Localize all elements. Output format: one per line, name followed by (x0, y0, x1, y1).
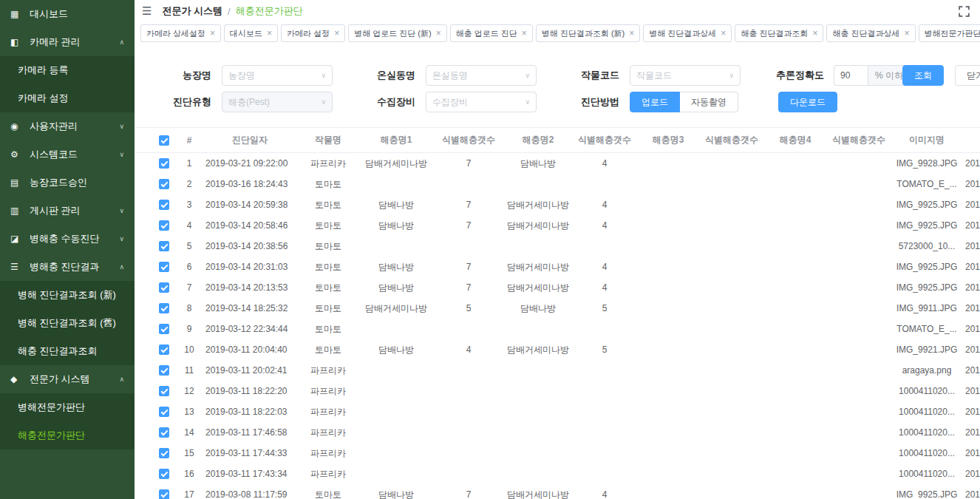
row-checkbox[interactable] (159, 179, 169, 189)
tab[interactable]: 해충 진단결과상세× (826, 24, 915, 42)
close-icon[interactable]: × (334, 29, 339, 38)
row-checkbox[interactable] (159, 241, 169, 251)
row-checkbox[interactable] (159, 427, 169, 438)
close-icon[interactable]: × (267, 29, 272, 38)
select-all-checkbox[interactable] (159, 135, 169, 146)
close-icon[interactable]: × (629, 29, 634, 38)
sidebar-item-label: 병해충 진단결과 (30, 260, 100, 274)
close-button[interactable]: 닫기 (955, 65, 980, 86)
table-row[interactable]: 62019-03-14 20:31:03토마토담배나방7담배거세미나방4IMG_… (135, 257, 980, 277)
table-cell: 토마토 (297, 282, 359, 294)
sidebar-item-label: 병해 진단결과조회 (新) (18, 288, 116, 302)
row-checkbox[interactable] (159, 262, 169, 272)
sidebar-item[interactable]: ⚙시스템코드∨ (0, 140, 135, 169)
row-checkbox[interactable] (159, 469, 169, 479)
sidebar-item[interactable]: 병해 진단결과조회 (舊) (0, 309, 135, 337)
sidebar-item-label: 카메라 등록 (18, 64, 69, 77)
sidebar-item[interactable]: ◆전문가 시스템∧ (0, 365, 135, 393)
table-row[interactable]: 52019-03-14 20:38:56토마토5723000_10...201 (135, 236, 980, 257)
sidebar-item[interactable]: ▥게시판 관리∨ (0, 197, 135, 225)
table-row[interactable]: 112019-03-11 20:02:41파프리카aragaya.png201 (135, 360, 980, 381)
close-icon[interactable]: × (812, 29, 817, 38)
diagnosis-type-select[interactable]: 해충(Pest) ∨ (222, 92, 333, 112)
greenhouse-select[interactable]: 온실동명 ∨ (426, 65, 537, 86)
row-checkbox[interactable] (159, 386, 169, 396)
download-button[interactable]: 다운로드 (778, 92, 837, 112)
sidebar-item[interactable]: ◉사용자관리∨ (0, 112, 135, 140)
table-row[interactable]: 12019-03-21 09:22:00파프리카담배거세미나방7담배나방4IMG… (135, 153, 980, 174)
table-cell: 17 (176, 489, 203, 499)
tab[interactable]: 대시보드× (224, 24, 278, 42)
sidebar-item[interactable]: ▤농장코드승인 (0, 169, 135, 197)
tab[interactable]: 카메라 설정× (281, 24, 345, 42)
tab[interactable]: 병해 업로드 진단 (新)× (348, 24, 447, 42)
table-row[interactable]: 162019-03-11 17:43:34파프리카1000411020...20… (135, 464, 980, 484)
row-checkbox[interactable] (159, 220, 169, 231)
sidebar-item[interactable]: 해충 진단결과조회 (0, 337, 135, 365)
tab[interactable]: 병해 진단결과조회 (新)× (536, 24, 640, 42)
tab[interactable]: 병해전문가판단× (919, 24, 980, 42)
table-cell: 201 (962, 344, 980, 355)
table-cell: 6 (176, 262, 203, 272)
table-row[interactable]: 172019-03-08 11:17:59토마토담배나방7담배거세미나방4IMG… (135, 484, 980, 499)
row-checkbox[interactable] (159, 200, 169, 210)
sidebar-item[interactable]: 병해 진단결과조회 (新) (0, 281, 135, 309)
table-row[interactable]: 82019-03-14 18:25:32토마토담배거세미나방5담배나방5IMG_… (135, 298, 980, 319)
row-checkbox[interactable] (159, 489, 169, 499)
tab[interactable]: 해충 진단결과조회× (735, 24, 823, 42)
breadcrumb-current: 해충전문가판단 (236, 4, 303, 18)
fullscreen-icon[interactable] (959, 6, 970, 17)
accuracy-input[interactable] (834, 65, 868, 86)
crop-code-select[interactable]: 작물코드 ∨ (630, 65, 741, 86)
chevron-down-icon: ∨ (729, 72, 734, 79)
sidebar-item[interactable]: ☰병해충 진단결과∧ (0, 253, 135, 281)
table-cell: 4 (572, 220, 637, 231)
table-cell: 4 (572, 200, 637, 210)
close-icon[interactable]: × (436, 29, 441, 38)
table-row[interactable]: 102019-03-11 20:04:40토마토담배나방4담배거세미나방5IMG… (135, 339, 980, 360)
row-checkbox[interactable] (159, 303, 169, 313)
sidebar-item[interactable]: ◧카메라 관리∧ (0, 28, 135, 56)
table-row[interactable]: 132019-03-11 18:22:03파프리카1000411020...20… (135, 401, 980, 422)
close-icon[interactable]: × (905, 29, 910, 38)
search-button[interactable]: 조회 (902, 65, 944, 86)
hamburger-menu-icon[interactable]: ☰ (142, 4, 152, 18)
sidebar-item[interactable]: ◪병해충 수동진단∨ (0, 225, 135, 253)
sidebar-item[interactable]: 카메라 등록 (0, 56, 135, 84)
method-upload-button[interactable]: 업로드 (630, 92, 680, 112)
row-checkbox[interactable] (159, 158, 169, 169)
device-select[interactable]: 수집장비 ∨ (426, 92, 537, 112)
sidebar-item[interactable]: ▦대시보드 (0, 0, 135, 28)
row-checkbox-cell (135, 158, 176, 169)
row-checkbox[interactable] (159, 365, 169, 376)
table-row[interactable]: 122019-03-11 18:22:20파프리카1000411020...20… (135, 381, 980, 401)
row-checkbox[interactable] (159, 324, 169, 334)
row-checkbox[interactable] (159, 448, 169, 458)
table-row[interactable]: 32019-03-14 20:59:38토마토담배나방7담배거세미나방4IMG_… (135, 194, 980, 215)
row-checkbox[interactable] (159, 344, 169, 355)
table-row[interactable]: 72019-03-14 20:13:53토마토담배나방7담배거세미나방4IMG_… (135, 277, 980, 298)
row-checkbox[interactable] (159, 407, 169, 417)
table-row[interactable]: 92019-03-12 22:34:44토마토TOMATO_E_...201 (135, 319, 980, 339)
method-autocapture-button[interactable]: 자동촬영 (680, 92, 738, 112)
sidebar-item[interactable]: 카메라 설정 (0, 84, 135, 112)
table-row[interactable]: 22019-03-16 18:24:43토마토TOMATO_E_...201 (135, 174, 980, 194)
close-icon[interactable]: × (210, 29, 215, 38)
close-icon[interactable]: × (522, 29, 527, 38)
tab[interactable]: 카메라 상세설정× (140, 24, 221, 42)
row-checkbox-cell (135, 365, 176, 376)
table-cell: IMG_9925.JPG (891, 489, 962, 499)
table-row[interactable]: 152019-03-11 17:44:33파프리카1000411020...20… (135, 443, 980, 464)
tab[interactable]: 해충 업로드 진단× (450, 24, 533, 42)
table-header-row: #진단일자작물명해충명1식별해충갯수해충명2식별해충갯수해충명3식별해충갯수해충… (135, 128, 980, 153)
farm-name-select[interactable]: 농장명 ∨ (222, 65, 333, 86)
close-icon[interactable]: × (721, 29, 726, 38)
table-row[interactable]: 142019-03-11 17:46:58파프리카1000411020...20… (135, 422, 980, 443)
table-cell: 1000411020... (891, 407, 962, 417)
tab[interactable]: 병해 진단결과상세× (643, 24, 732, 42)
breadcrumb-root[interactable]: 전문가 시스템 (162, 4, 222, 18)
sidebar-item[interactable]: 해충전문가판단 (0, 421, 135, 449)
table-row[interactable]: 42019-03-14 20:58:46토마토담배나방7담배거세미나방4IMG_… (135, 215, 980, 236)
row-checkbox[interactable] (159, 282, 169, 293)
sidebar-item[interactable]: 병해전문가판단 (0, 393, 135, 421)
